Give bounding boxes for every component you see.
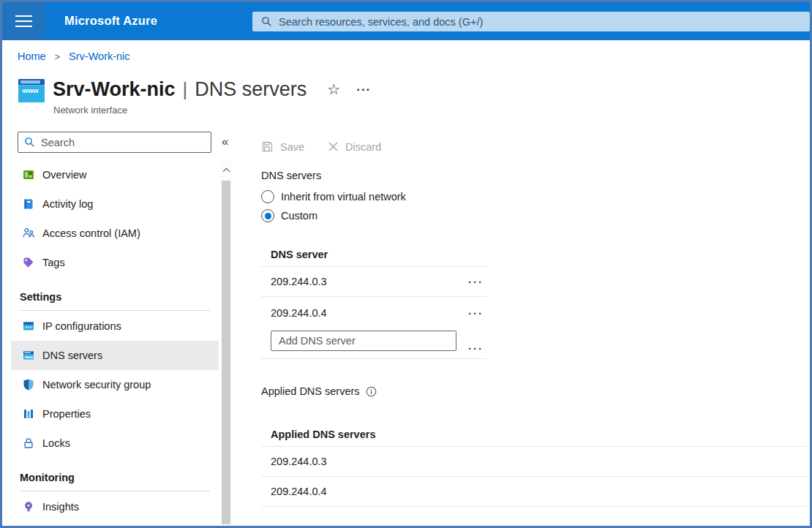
dns-servers-field-label: DNS servers [261, 170, 321, 181]
global-search-input[interactable] [279, 16, 810, 28]
top-bar: Microsoft Azure [2, 2, 810, 40]
search-icon [261, 16, 272, 27]
breadcrumb-resource-link[interactable]: Srv-Work-nic [69, 50, 130, 62]
radio-label: Custom [281, 210, 317, 222]
save-label: Save [280, 141, 304, 153]
row-more-options-icon[interactable]: ··· [468, 342, 484, 355]
insights-icon [22, 500, 35, 513]
dns-source-radio-group: Inherit from virtual network Custom [261, 187, 406, 225]
dns-server-table: DNS server 209.244.0.3 ··· 209.244.0.4 ·… [261, 241, 486, 359]
table-row: 209.244.0.3 ··· [261, 267, 486, 297]
sidebar-item-label: DNS servers [42, 350, 102, 361]
applied-dns-servers-table: Applied DNS servers 209.244.0.3 209.244.… [261, 421, 806, 507]
sidebar-item-ip-configurations[interactable]: IP configurations [11, 312, 219, 341]
sidebar-item-dns-servers[interactable]: www DNS servers [11, 341, 219, 370]
network-interface-icon: www [18, 78, 45, 107]
overview-icon [22, 168, 35, 181]
dns-server-column-header: DNS server [261, 241, 486, 267]
sidebar-section-settings: Settings [20, 289, 219, 305]
sidebar-item-activity-log[interactable]: Activity log [11, 189, 219, 219]
sidebar-item-tags[interactable]: Tags [11, 248, 219, 277]
add-dns-server-input[interactable] [271, 331, 456, 351]
radio-inherit-from-vnet[interactable]: Inherit from virtual network [261, 187, 406, 206]
sidebar-item-label: Access control (IAM) [42, 227, 140, 239]
search-icon [24, 137, 35, 148]
discard-button[interactable]: Discard [328, 141, 381, 153]
dns-server-value: 209.244.0.3 [271, 276, 327, 287]
radio-unchecked-icon [261, 190, 274, 203]
svg-text:www: www [24, 355, 33, 359]
properties-icon [22, 407, 35, 420]
table-row: 209.244.0.3 [261, 447, 806, 477]
sidebar-item-locks[interactable]: Locks [11, 429, 219, 458]
resource-type-subtitle: Network interface [53, 105, 127, 116]
hamburger-menu-button[interactable] [2, 2, 45, 40]
sidebar-collapse-icon[interactable]: « [222, 135, 228, 149]
ip-configurations-icon [22, 320, 35, 333]
sidebar-divider [20, 310, 210, 311]
applied-dns-column-header: Applied DNS servers [261, 421, 806, 447]
sidebar-item-overview[interactable]: Overview [11, 160, 219, 189]
sidebar-divider [20, 491, 210, 491]
azure-brand[interactable]: Microsoft Azure [64, 14, 157, 28]
sidebar-item-label: Activity log [42, 198, 93, 210]
sidebar-item-label: Locks [42, 437, 70, 449]
sidebar-item-access-control[interactable]: Access control (IAM) [11, 219, 219, 248]
global-search-bar[interactable] [252, 12, 810, 31]
save-icon [261, 140, 274, 153]
row-more-options-icon[interactable]: ··· [468, 276, 484, 288]
sidebar-item-network-security-group[interactable]: Network security group [11, 370, 219, 399]
page-title-separator: | [183, 78, 188, 101]
sidebar-item-label: Overview [42, 169, 86, 181]
sidebar-menu: Overview Activity log Acc [11, 160, 219, 521]
radio-custom[interactable]: Custom [261, 206, 406, 225]
azure-portal-window: Microsoft Azure Home > Srv-Work-nic www … [0, 0, 812, 528]
discard-label: Discard [345, 141, 381, 153]
network-security-group-icon [22, 378, 35, 391]
row-more-options-icon[interactable]: ··· [468, 307, 484, 320]
table-row: 209.244.0.4 [261, 477, 806, 507]
access-control-icon [22, 227, 35, 240]
breadcrumb: Home > Srv-Work-nic [18, 50, 130, 62]
locks-icon [22, 437, 35, 450]
sidebar-item-label: Tags [42, 257, 65, 268]
breadcrumb-separator: > [55, 52, 60, 62]
svg-text:www: www [22, 86, 40, 94]
sidebar-item-insights[interactable]: Insights [11, 492, 219, 521]
breadcrumb-home-link[interactable]: Home [18, 50, 46, 62]
sidebar-scrollbar [221, 160, 232, 526]
table-row: 209.244.0.4 ··· [261, 297, 486, 329]
tags-icon [22, 256, 35, 269]
dns-servers-icon: www [22, 349, 35, 362]
discard-x-icon [328, 141, 339, 152]
page-title-blade: DNS servers [195, 78, 307, 101]
sidebar-item-properties[interactable]: Properties [11, 399, 219, 429]
activity-log-icon [22, 197, 35, 211]
scrollbar-thumb[interactable] [222, 181, 230, 524]
applied-dns-value: 209.244.0.3 [271, 456, 327, 467]
page-title: Srv-Work-nic | DNS servers ☆ ··· [53, 75, 371, 103]
sidebar-section-monitoring: Monitoring [20, 469, 219, 486]
command-bar: Save Discard [261, 140, 381, 153]
sidebar-search-box[interactable] [18, 132, 211, 153]
save-button[interactable]: Save [261, 140, 304, 153]
dns-server-value: 209.244.0.4 [271, 307, 327, 319]
applied-dns-value: 209.244.0.4 [271, 486, 327, 497]
radio-label: Inherit from virtual network [281, 191, 406, 203]
page-more-options-icon[interactable]: ··· [356, 83, 371, 96]
sidebar-search-input[interactable] [41, 137, 211, 148]
sidebar-item-label: Properties [42, 408, 91, 420]
sidebar-item-label: IP configurations [42, 320, 121, 332]
applied-dns-servers-label: Applied DNS servers [261, 385, 377, 397]
sidebar-item-label: Insights [42, 501, 79, 513]
sidebar-item-label: Network security group [42, 379, 151, 391]
favorite-star-icon[interactable]: ☆ [327, 82, 340, 97]
info-icon[interactable] [366, 386, 377, 397]
page-title-resource: Srv-Work-nic [53, 78, 176, 101]
add-dns-server-row: ··· [261, 329, 486, 359]
radio-checked-icon [261, 209, 274, 222]
scroll-up-arrow-icon[interactable] [221, 160, 232, 176]
